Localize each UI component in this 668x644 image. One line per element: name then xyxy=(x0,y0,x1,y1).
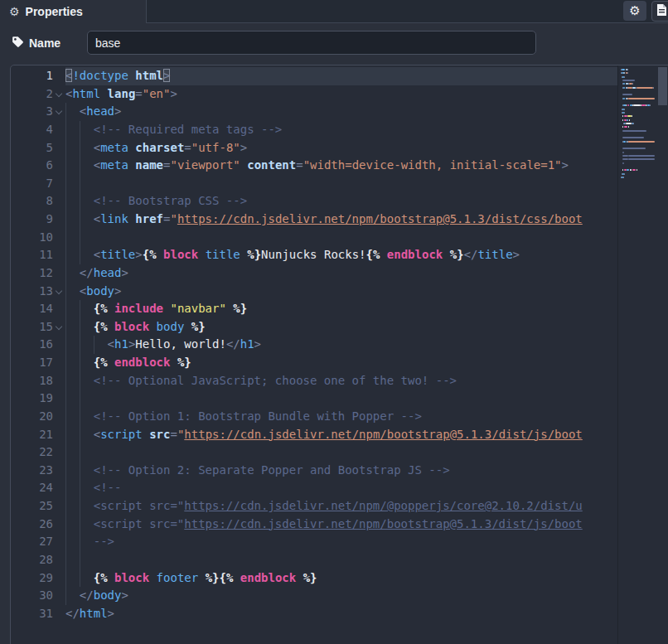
code-editor[interactable]: 1<!doctype html>2<html lang="en">3 <head… xyxy=(10,65,668,644)
line-number[interactable]: 18 xyxy=(11,372,53,390)
code-text[interactable]: <script src="https://cdn.jsdelivr.net/np… xyxy=(65,497,617,516)
code-text[interactable]: <!-- Option 1: Bootstrap Bundle with Pop… xyxy=(65,408,617,426)
line-number[interactable]: 12 xyxy=(11,264,53,283)
line-number[interactable]: 15 xyxy=(11,318,53,337)
code-text[interactable]: {% block body %} xyxy=(65,318,617,337)
code-line[interactable]: 14 {% include "navbar" %} xyxy=(11,300,617,318)
minimap[interactable] xyxy=(619,69,657,185)
code-line[interactable]: 26 <script src="https://cdn.jsdelivr.net… xyxy=(11,516,617,534)
code-text[interactable]: <link href="https://cdn.jsdelivr.net/npm… xyxy=(65,211,617,229)
code-line[interactable]: 16 <h1>Hello, world!</h1> xyxy=(11,336,617,354)
code-line[interactable]: 31</html> xyxy=(11,605,617,623)
name-input[interactable] xyxy=(87,31,536,55)
code-text[interactable]: <title>{% block title %}Nunjucks Rocks!{… xyxy=(65,246,617,264)
line-number[interactable]: 16 xyxy=(11,336,53,354)
code-line[interactable]: 6 <meta name="viewport" content="width=d… xyxy=(11,157,617,175)
code-line[interactable]: 1<!doctype html> xyxy=(11,67,617,85)
line-number[interactable]: 1 xyxy=(11,67,53,85)
line-number[interactable]: 23 xyxy=(11,462,53,480)
code-line[interactable]: 11 <title>{% block title %}Nunjucks Rock… xyxy=(11,246,617,264)
code-line[interactable]: 4 <!-- Required meta tags --> xyxy=(11,121,617,139)
code-line[interactable]: 23 <!-- Option 2: Separate Popper and Bo… xyxy=(11,462,617,480)
fold-chevron-icon[interactable] xyxy=(53,103,65,121)
code-line[interactable]: 22 xyxy=(11,443,617,462)
code-line[interactable]: 9 <link href="https://cdn.jsdelivr.net/n… xyxy=(11,211,617,229)
code-line[interactable]: 20 <!-- Option 1: Bootstrap Bundle with … xyxy=(11,408,617,426)
code-text[interactable]: <!doctype html> xyxy=(65,67,617,85)
code-text[interactable]: <h1>Hello, world!</h1> xyxy=(65,336,617,354)
code-line[interactable]: 15 {% block body %} xyxy=(11,318,617,337)
line-number[interactable]: 5 xyxy=(11,139,53,157)
code-text[interactable]: </head> xyxy=(65,264,617,283)
code-line[interactable]: 10 xyxy=(11,229,617,247)
code-text[interactable]: <html lang="en"> xyxy=(65,85,617,104)
line-number[interactable]: 10 xyxy=(11,229,53,247)
code-line[interactable]: 7 xyxy=(11,175,617,193)
code-text[interactable]: <meta name="viewport" content="width=dev… xyxy=(65,157,617,175)
vertical-scrollbar[interactable] xyxy=(658,65,668,644)
line-number[interactable]: 19 xyxy=(11,390,53,408)
code-text[interactable]: <head> xyxy=(65,103,617,121)
line-number[interactable]: 28 xyxy=(11,551,53,569)
code-text[interactable]: --> xyxy=(65,533,617,551)
code-line[interactable]: 28 xyxy=(11,551,617,569)
line-number[interactable]: 26 xyxy=(11,516,53,534)
code-line[interactable]: 25 <script src="https://cdn.jsdelivr.net… xyxy=(11,497,617,516)
scrollbar-thumb[interactable] xyxy=(658,67,667,105)
code-line[interactable]: 18 <!-- Optional JavaScript; choose one … xyxy=(11,372,617,390)
code-text[interactable]: <!-- Optional JavaScript; choose one of … xyxy=(65,372,617,390)
code-line[interactable]: 3 <head> xyxy=(11,103,617,121)
line-number[interactable]: 21 xyxy=(11,426,53,444)
settings-button[interactable]: ⚙ xyxy=(623,1,646,21)
line-number[interactable]: 20 xyxy=(11,408,53,426)
fold-chevron-icon[interactable] xyxy=(53,318,65,337)
line-number[interactable]: 25 xyxy=(11,497,53,516)
line-number[interactable]: 11 xyxy=(11,246,53,264)
code-text[interactable]: <script src="https://cdn.jsdelivr.net/np… xyxy=(65,516,617,534)
code-line[interactable]: 24 <!-- xyxy=(11,479,617,497)
code-line[interactable]: 19 xyxy=(11,390,617,408)
code-text[interactable] xyxy=(65,175,617,193)
fold-chevron-icon[interactable] xyxy=(53,283,65,301)
code-line[interactable]: 12 </head> xyxy=(11,264,617,283)
line-number[interactable]: 27 xyxy=(11,533,53,551)
code-text[interactable]: <meta charset="utf-8"> xyxy=(65,139,617,157)
line-number[interactable]: 4 xyxy=(11,121,53,139)
code-text[interactable]: </html> xyxy=(65,605,617,623)
line-number[interactable]: 8 xyxy=(11,192,53,211)
line-number[interactable]: 7 xyxy=(11,175,53,193)
code-text[interactable] xyxy=(65,229,617,247)
line-number[interactable]: 13 xyxy=(11,283,53,301)
code-text[interactable] xyxy=(65,390,617,408)
fold-chevron-icon[interactable] xyxy=(53,85,65,104)
code-line[interactable]: 27 --> xyxy=(11,533,617,551)
code-text[interactable]: </body> xyxy=(65,587,617,605)
line-number[interactable]: 14 xyxy=(11,300,53,318)
line-number[interactable]: 29 xyxy=(11,569,53,588)
code-text[interactable]: {% block footer %}{% endblock %} xyxy=(65,569,617,588)
line-number[interactable]: 6 xyxy=(11,157,53,175)
code-line[interactable]: 17 {% endblock %} xyxy=(11,354,617,372)
line-number[interactable]: 3 xyxy=(11,103,53,121)
code-line[interactable]: 29 {% block footer %}{% endblock %} xyxy=(11,569,617,588)
code-line[interactable]: 21 <script src="https://cdn.jsdelivr.net… xyxy=(11,426,617,444)
line-number[interactable]: 9 xyxy=(11,211,53,229)
line-number[interactable]: 2 xyxy=(11,85,53,104)
code-text[interactable] xyxy=(65,551,617,569)
line-number[interactable]: 31 xyxy=(11,605,53,623)
code-line[interactable]: 2<html lang="en"> xyxy=(11,85,617,104)
line-number[interactable]: 24 xyxy=(11,479,53,497)
code-line[interactable]: 13 <body> xyxy=(11,283,617,301)
code-text[interactable]: <!-- Bootstrap CSS --> xyxy=(65,192,617,211)
code-text[interactable]: <script src="https://cdn.jsdelivr.net/np… xyxy=(65,426,617,444)
code-text[interactable]: <!-- Option 2: Separate Popper and Boots… xyxy=(65,462,617,480)
code-text[interactable]: {% include "navbar" %} xyxy=(65,300,617,318)
tab-properties[interactable]: ⚙ Properties xyxy=(0,0,147,23)
line-number[interactable]: 22 xyxy=(11,443,53,462)
code-line[interactable]: 30 </body> xyxy=(11,587,617,605)
code-text[interactable]: <body> xyxy=(65,283,617,301)
line-number[interactable]: 17 xyxy=(11,354,53,372)
docs-button[interactable] xyxy=(651,1,668,22)
code-text[interactable] xyxy=(65,443,617,462)
code-lines[interactable]: 1<!doctype html>2<html lang="en">3 <head… xyxy=(11,67,617,622)
